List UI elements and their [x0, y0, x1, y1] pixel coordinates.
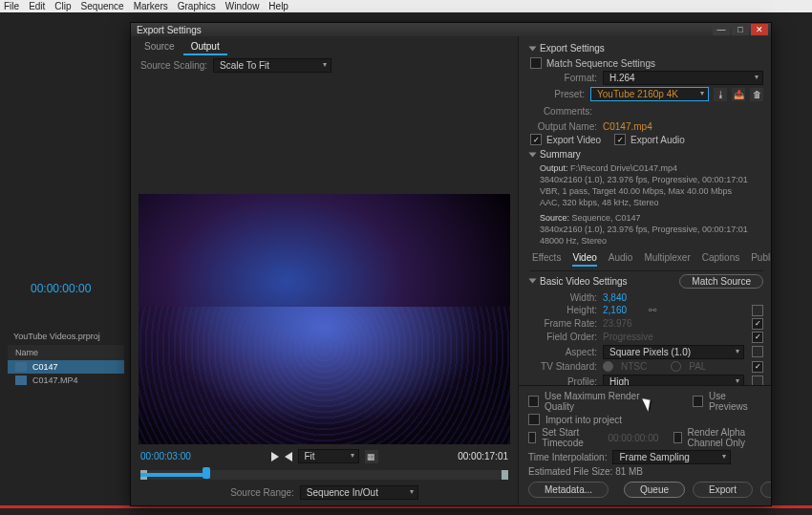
menu-markers[interactable]: Markers	[134, 1, 168, 11]
tab-audio[interactable]: Audio	[609, 252, 633, 267]
summary-source: Source: Sequence, C0147 3840x2160 (1.0),…	[530, 212, 763, 247]
comments-input[interactable]	[598, 103, 763, 119]
playhead-handle[interactable]	[203, 467, 210, 479]
fieldorder-label: Field Order:	[530, 332, 603, 342]
timeline-ruler[interactable]	[140, 470, 508, 480]
export-settings-dialog: Export Settings — □ ✕ Source Output Sour…	[130, 22, 772, 506]
close-button[interactable]: ✕	[751, 24, 768, 35]
save-preset-icon[interactable]: ⭳	[714, 88, 727, 101]
import-project-label: Import into project	[545, 415, 622, 425]
export-video-checkbox[interactable]	[530, 134, 542, 145]
menu-edit[interactable]: Edit	[29, 1, 45, 11]
import-project-checkbox[interactable]	[528, 414, 540, 425]
tab-publish[interactable]: Publish	[751, 252, 771, 267]
project-panel[interactable]: YouTube Videos.prproj Name C0147 C0147.M…	[8, 328, 124, 486]
source-range-dropdown[interactable]: Sequence In/Out	[300, 485, 418, 500]
tab-multiplexer[interactable]: Multiplexer	[644, 252, 690, 267]
profile-dropdown[interactable]: High	[603, 375, 744, 385]
preset-dropdown[interactable]: YouTube 2160p 4K	[590, 87, 709, 101]
source-range-label: Source Range:	[230, 487, 294, 498]
format-label: Format:	[530, 73, 603, 83]
width-value[interactable]: 3,840	[603, 292, 627, 303]
playhead-timecode[interactable]: 00:00:03:00	[140, 451, 191, 461]
width-match-checkbox[interactable]	[752, 305, 763, 316]
menu-clip[interactable]: Clip	[54, 1, 71, 11]
match-sequence-checkbox[interactable]	[530, 57, 542, 69]
tab-captions[interactable]: Captions	[702, 252, 739, 267]
aspect-dropdown[interactable]: Square Pixels (1.0)	[603, 345, 744, 359]
export-audio-label: Export Audio	[626, 135, 685, 145]
video-preview[interactable]	[139, 194, 510, 444]
match-sequence-label: Match Sequence Settings	[542, 58, 655, 69]
framerate-label: Frame Rate:	[530, 318, 603, 329]
link-dimensions-icon[interactable]: ⚯	[649, 305, 656, 315]
fieldorder-match-checkbox[interactable]	[752, 332, 763, 343]
summary-output: Output: F:\Record Drive\C0147.mp4 3840x2…	[530, 162, 763, 209]
tvstd-match-checkbox[interactable]	[752, 361, 763, 373]
preview-tabs: Source Output	[131, 36, 518, 55]
tab-effects[interactable]: Effects	[532, 252, 561, 267]
time-interp-dropdown[interactable]: Frame Sampling	[612, 450, 731, 464]
alpha-only-label: Render Alpha Channel Only	[688, 427, 762, 448]
pal-radio[interactable]	[671, 361, 681, 372]
max-render-quality-checkbox[interactable]	[528, 396, 539, 407]
program-timecode: 00:00:00:00	[31, 282, 91, 295]
source-scaling-label: Source Scaling:	[140, 60, 207, 71]
alpha-only-checkbox[interactable]	[673, 432, 681, 443]
set-start-tc-label: Set Start Timecode	[542, 427, 592, 448]
export-button[interactable]: Export	[693, 482, 753, 498]
use-previews-checkbox[interactable]	[693, 396, 703, 407]
height-label: Height:	[530, 305, 603, 315]
match-source-button[interactable]: Match Source	[679, 274, 763, 289]
profile-label: Profile:	[530, 376, 603, 385]
menu-sequence[interactable]: Sequence	[81, 1, 124, 11]
menu-window[interactable]: Window	[225, 1, 260, 11]
fit-dropdown[interactable]: Fit	[298, 449, 359, 463]
tab-source[interactable]: Source	[137, 39, 182, 55]
minimize-button[interactable]: —	[713, 24, 730, 35]
aspect-match-checkbox[interactable]	[752, 346, 763, 357]
sequence-icon	[15, 362, 27, 372]
out-point-icon[interactable]	[502, 470, 508, 480]
start-tc-value: 00:00:00:00	[598, 433, 668, 443]
project-item[interactable]: C0147.MP4	[8, 374, 124, 387]
settings-tabs: Effects Video Audio Multiplexer Captions…	[530, 248, 763, 271]
profile-match-checkbox[interactable]	[752, 376, 763, 385]
twisty-icon	[529, 46, 537, 51]
framerate-value: 23.976	[603, 318, 632, 329]
height-value[interactable]: 2,160	[603, 305, 627, 315]
ntsc-radio[interactable]	[603, 361, 613, 372]
tab-output[interactable]: Output	[183, 39, 227, 55]
cancel-button[interactable]: Cancel	[760, 482, 771, 498]
output-name-link[interactable]: C0147.mp4	[603, 121, 652, 132]
max-render-quality-label: Use Maximum Render Quality	[545, 391, 659, 412]
duration-timecode: 00:00:17:01	[458, 451, 508, 461]
metadata-button[interactable]: Metadata...	[528, 482, 609, 498]
play-button[interactable]	[271, 452, 279, 461]
overlay-button[interactable]: ▦	[365, 450, 378, 463]
export-settings-heading[interactable]: Export Settings	[530, 40, 763, 56]
set-start-tc-checkbox[interactable]	[528, 432, 536, 443]
export-audio-checkbox[interactable]	[614, 134, 626, 145]
dialog-titlebar[interactable]: Export Settings — □ ✕	[131, 23, 771, 36]
comments-label: Comments:	[530, 106, 598, 117]
timeline-progress	[140, 473, 206, 477]
maximize-button[interactable]: □	[732, 24, 749, 35]
menu-file[interactable]: File	[4, 1, 19, 11]
source-scaling-dropdown[interactable]: Scale To Fit	[213, 58, 331, 73]
tab-video[interactable]: Video	[572, 252, 596, 267]
framerate-match-checkbox[interactable]	[752, 318, 763, 330]
import-preset-icon[interactable]: 📥	[732, 88, 745, 101]
delete-preset-icon[interactable]: 🗑	[750, 88, 763, 101]
menu-help[interactable]: Help	[268, 1, 288, 11]
queue-button[interactable]: Queue	[624, 482, 685, 498]
summary-heading[interactable]: Summary	[530, 146, 763, 162]
menu-graphics[interactable]: Graphics	[178, 1, 216, 11]
twisty-icon	[529, 152, 537, 157]
format-dropdown[interactable]: H.264	[603, 71, 763, 85]
app-menubar[interactable]: File Edit Clip Sequence Markers Graphics…	[0, 0, 812, 12]
time-interp-label: Time Interpolation:	[528, 452, 607, 462]
project-item[interactable]: C0147	[8, 360, 124, 374]
basic-video-heading[interactable]: Basic Video Settings	[540, 276, 628, 287]
step-back-button[interactable]	[285, 452, 292, 461]
